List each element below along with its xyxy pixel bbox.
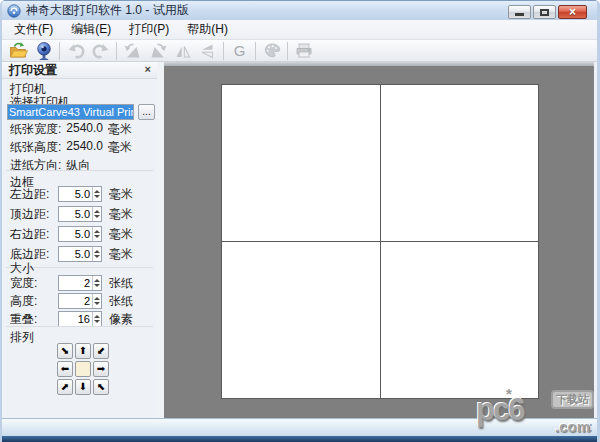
letter-g-button[interactable]: G [227, 40, 252, 62]
spinner-down-icon [94, 215, 100, 218]
paper-height-label: 纸张高度: [10, 139, 61, 156]
top-margin-label: 顶边距: [10, 206, 58, 223]
spinner[interactable] [92, 312, 101, 326]
page-cell [222, 85, 380, 241]
rotate-left-button[interactable] [120, 40, 145, 62]
spinner[interactable] [92, 294, 101, 308]
letter-g-icon: G [234, 42, 246, 59]
paper-height-unit: 毫米 [108, 139, 132, 156]
arrange-center-button[interactable] [75, 361, 91, 377]
field-value: 5.0 [59, 228, 92, 240]
page-cell [222, 242, 380, 398]
arrange-bottom-left-button[interactable]: ⬈ [57, 379, 73, 395]
window-controls: × [508, 5, 587, 19]
window-title: 神奇大图打印软件 1.0 - 试用版 [26, 2, 189, 19]
spinner[interactable] [92, 276, 101, 290]
maximize-button[interactable] [533, 5, 556, 19]
close-button[interactable]: × [558, 5, 587, 19]
undo-arrow-icon [66, 41, 86, 61]
watermark-logo: pc6 [476, 392, 523, 428]
capture-button[interactable] [31, 40, 56, 62]
preview-canvas[interactable] [164, 62, 594, 418]
menu-bar: 文件(F) 编辑(E) 打印(P) 帮助(H) [2, 20, 597, 40]
flip-horizontal-button[interactable] [170, 40, 195, 62]
spinner[interactable] [92, 187, 101, 201]
panel-header: 打印设置 × [2, 62, 157, 79]
width-field[interactable]: 2 [58, 275, 102, 291]
divider [6, 326, 153, 327]
redo-button[interactable] [88, 40, 113, 62]
arrange-bottom-button[interactable]: ⬇ [75, 379, 91, 395]
top-margin-field[interactable]: 5.0 [58, 206, 102, 222]
menu-item-print[interactable]: 打印(P) [125, 19, 173, 40]
folder-open-icon [8, 41, 29, 60]
left-margin-field[interactable]: 5.0 [58, 186, 102, 202]
spinner-down-icon [94, 320, 100, 323]
printer-icon [294, 41, 314, 61]
arrange-bottom-right-button[interactable]: ⬉ [93, 379, 109, 395]
browse-printer-button[interactable]: ... [138, 104, 155, 120]
close-icon: × [569, 6, 576, 18]
redo-arrow-icon [91, 41, 111, 61]
spinner-up-icon [94, 315, 100, 318]
palette-icon [262, 41, 282, 61]
palette-button[interactable] [259, 40, 284, 62]
arrange-left-button[interactable]: ⬅ [57, 361, 73, 377]
right-margin-row: 右边距: 5.0 毫米 [10, 226, 157, 242]
panel-close-icon[interactable]: × [145, 63, 151, 75]
unit-label: 毫米 [109, 246, 133, 263]
printer-name-field[interactable]: SmartCarve43 Virtual Printer [7, 104, 134, 120]
printer-name-value: SmartCarve43 Virtual Printer [8, 105, 134, 119]
arrange-pad: ⬊ ⬆ ⬋ ⬅ ➡ ⬈ ⬇ ⬉ [57, 343, 109, 395]
feed-direction-label: 进纸方向: [10, 157, 61, 174]
overlap-row: 重叠: 16 像素 [10, 311, 157, 327]
spinner-up-icon [94, 210, 100, 213]
rotate-right-button[interactable] [145, 40, 170, 62]
menu-item-file[interactable]: 文件(F) [10, 19, 57, 40]
height-field[interactable]: 2 [58, 293, 102, 309]
spinner-up-icon [94, 250, 100, 253]
page-cell [381, 85, 539, 241]
watermark-suffix: .com [555, 418, 590, 435]
field-value: 5.0 [59, 248, 92, 260]
overlap-label: 重叠: [10, 311, 58, 328]
paper-width-row: 纸张宽度: 2540.0 毫米 [10, 121, 132, 138]
watermark-badge: 下载站 [551, 390, 594, 409]
overlap-field[interactable]: 16 [58, 311, 102, 327]
spinner[interactable] [92, 247, 101, 261]
paper-height-row: 纸张高度: 2540.0 毫米 [10, 139, 132, 156]
arrange-right-button[interactable]: ➡ [93, 361, 109, 377]
right-margin-field[interactable]: 5.0 [58, 226, 102, 242]
minimize-button[interactable] [508, 5, 531, 19]
spinner-down-icon [94, 195, 100, 198]
field-value: 2 [59, 277, 92, 289]
open-image-button[interactable] [6, 40, 31, 62]
menu-item-help[interactable]: 帮助(H) [183, 19, 232, 40]
unit-label: 像素 [109, 311, 133, 328]
feed-direction-row: 进纸方向: 纵向 [10, 157, 90, 174]
panel-splitter[interactable] [157, 62, 164, 418]
title-bar: 神奇大图打印软件 1.0 - 试用版 × [2, 0, 597, 20]
arrange-top-right-button[interactable]: ⬋ [93, 343, 109, 359]
paper-height-value: 2540.0 [66, 139, 103, 156]
top-margin-row: 顶边距: 5.0 毫米 [10, 206, 157, 222]
arrange-top-button[interactable]: ⬆ [75, 343, 91, 359]
spinner-up-icon [94, 279, 100, 282]
flip-vertical-button[interactable] [195, 40, 220, 62]
minimize-icon [515, 13, 524, 16]
spinner-down-icon [94, 235, 100, 238]
spinner-up-icon [94, 297, 100, 300]
undo-button[interactable] [63, 40, 88, 62]
pc6-watermark: * pc6 下载站 .com [472, 390, 594, 436]
menu-item-edit[interactable]: 编辑(E) [67, 19, 115, 40]
spinner[interactable] [92, 207, 101, 221]
arrange-top-left-button[interactable]: ⬊ [57, 343, 73, 359]
print-button[interactable] [291, 40, 316, 62]
bottom-margin-field[interactable]: 5.0 [58, 246, 102, 262]
spinner-up-icon [94, 190, 100, 193]
spinner[interactable] [92, 227, 101, 241]
page-cell [381, 242, 539, 398]
width-label: 宽度: [10, 275, 58, 292]
field-value: 5.0 [59, 208, 92, 220]
paper-width-value: 2540.0 [66, 121, 103, 138]
